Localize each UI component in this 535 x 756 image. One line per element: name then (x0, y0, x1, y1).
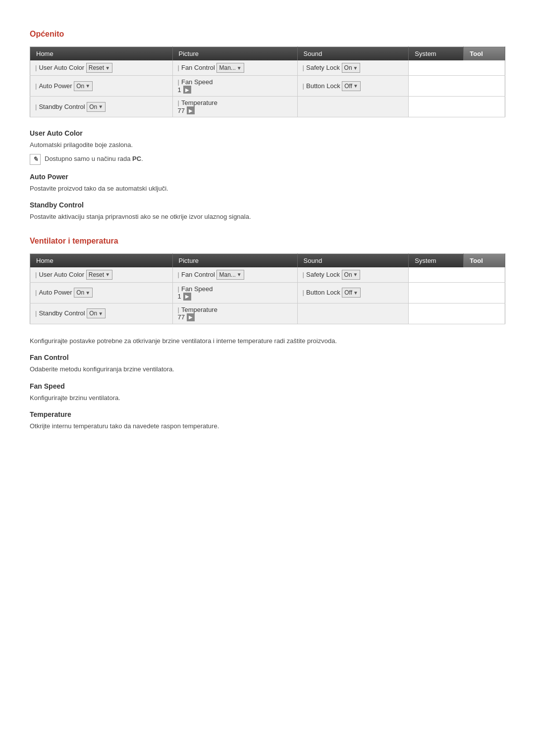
cell-label: Safety Lock (303, 64, 340, 71)
menu-tab-picture[interactable]: Picture (172, 253, 297, 267)
dropdown-arrow-icon: ▼ (85, 290, 90, 296)
value-with-arrow: 77 ▶ (178, 106, 292, 114)
col1-cell: Standby Control On▼ (30, 303, 173, 324)
col2-cell: Fan Control Man...▼ (172, 267, 297, 283)
note-text: Dostupno samo u načinu rada PC. (45, 154, 143, 162)
dropdown-arrow-icon: ▼ (85, 83, 90, 89)
col2-cell: Temperature 77 ▶ (172, 303, 297, 324)
cell-label: User Auto Color (35, 271, 84, 278)
col3-cell: Safety Lock On▼ (297, 267, 409, 283)
dropdown-arrow-icon: ▼ (353, 83, 358, 89)
arrow-right-button[interactable]: ▶ (183, 86, 191, 94)
table-row: User Auto Color Reset▼Fan Control Man...… (30, 60, 505, 76)
cell-label: Auto Power (35, 289, 72, 296)
intro-text: Konfigurirajte postavke potrebne za otkr… (30, 336, 505, 346)
menu-tab-tool[interactable]: Tool (464, 47, 505, 61)
col3-cell: Safety Lock On▼ (297, 60, 409, 76)
dropdown-arrow-icon: ▼ (353, 65, 358, 71)
cell-value: 77 (178, 313, 185, 321)
subsection-text: Postavite aktivaciju stanja pripravnosti… (30, 212, 505, 222)
subsection-title: Fan Speed (30, 382, 505, 390)
cell-value: 1 (178, 86, 181, 94)
subsection-title: User Auto Color (30, 129, 505, 137)
subsection-temperature: TemperatureOtkrijte internu temperaturu … (30, 410, 505, 431)
menu-tab-tool[interactable]: Tool (464, 253, 505, 267)
subsection-auto-power: Auto PowerPostavite proizvod tako da se … (30, 173, 505, 194)
value-with-arrow: 1 ▶ (178, 293, 292, 301)
cell-label: Safety Lock (303, 271, 340, 278)
menu-tab-home[interactable]: Home (30, 253, 173, 267)
dropdown-control[interactable]: On▼ (74, 288, 93, 298)
col3-cell: Button Lock Off▼ (297, 76, 409, 97)
cell-label: Button Lock (303, 82, 340, 90)
dropdown-arrow-icon: ▼ (353, 290, 358, 296)
subsection-fan-speed: Fan SpeedKonfigurirajte brzinu ventilato… (30, 382, 505, 403)
subsection-text: Otkrijte internu temperaturu tako da nav… (30, 421, 505, 431)
menu-table: HomePictureSoundSystemToolUser Auto Colo… (30, 253, 505, 324)
dropdown-control[interactable]: On▼ (87, 102, 106, 112)
menu-tab-sound[interactable]: Sound (297, 47, 409, 61)
col3-cell (297, 303, 409, 324)
menu-tab-picture[interactable]: Picture (172, 47, 297, 61)
value-with-arrow: 1 ▶ (178, 86, 292, 94)
menu-table: HomePictureSoundSystemToolUser Auto Colo… (30, 47, 505, 117)
cell-label: Auto Power (35, 82, 72, 90)
dropdown-arrow-icon: ▼ (353, 272, 358, 277)
arrow-right-button[interactable]: ▶ (187, 313, 195, 321)
note-icon: ✎ (30, 154, 41, 165)
section-title: Ventilator i temperatura (30, 237, 505, 246)
subsection-user-auto-color: User Auto ColorAutomatski prilagodite bo… (30, 129, 505, 165)
cell-label: Fan Speed (178, 78, 213, 86)
dropdown-arrow-icon: ▼ (105, 272, 110, 277)
table-row: Standby Control On▼Temperature 77 ▶ (30, 97, 505, 117)
dropdown-control[interactable]: Reset▼ (86, 270, 112, 280)
cell-label: Standby Control (35, 309, 85, 317)
dropdown-arrow-icon: ▼ (98, 104, 103, 109)
cell-label: Button Lock (303, 289, 340, 296)
dropdown-control[interactable]: On▼ (342, 270, 361, 280)
dropdown-control[interactable]: On▼ (74, 81, 93, 91)
cell-label: Standby Control (35, 103, 85, 110)
menu-tab-sound[interactable]: Sound (297, 253, 409, 267)
subsection-text: Konfigurirajte brzinu ventilatora. (30, 393, 505, 403)
dropdown-arrow-icon: ▼ (237, 272, 242, 277)
dropdown-control[interactable]: Off▼ (342, 81, 361, 91)
table-row: Standby Control On▼Temperature 77 ▶ (30, 303, 505, 324)
value-with-arrow: 77 ▶ (178, 313, 292, 321)
cell-label: Temperature (178, 306, 217, 313)
dropdown-control[interactable]: On▼ (342, 63, 361, 73)
col3-cell (297, 97, 409, 117)
cell-value: 1 (178, 293, 181, 300)
dropdown-control[interactable]: Man...▼ (216, 63, 244, 73)
dropdown-arrow-icon: ▼ (98, 311, 103, 316)
cell-label: User Auto Color (35, 64, 84, 71)
col1-cell: Standby Control On▼ (30, 97, 173, 117)
arrow-right-button[interactable]: ▶ (187, 106, 195, 114)
dropdown-arrow-icon: ▼ (237, 65, 242, 71)
cell-label: Fan Control (178, 64, 215, 71)
subsection-title: Auto Power (30, 173, 505, 181)
dropdown-control[interactable]: Reset▼ (86, 63, 112, 73)
menu-tab-home[interactable]: Home (30, 47, 173, 61)
menu-tab-system[interactable]: System (409, 253, 464, 267)
menu-tab-system[interactable]: System (409, 47, 464, 61)
col2-cell: Fan Speed 1 ▶ (172, 282, 297, 303)
subsection-title: Temperature (30, 410, 505, 418)
table-row: Auto Power On▼Fan Speed 1 ▶ Button Lock … (30, 76, 505, 97)
subsection-title: Fan Control (30, 353, 505, 361)
arrow-right-button[interactable]: ▶ (183, 293, 191, 301)
col1-cell: User Auto Color Reset▼ (30, 60, 173, 76)
dropdown-control[interactable]: Off▼ (342, 288, 361, 298)
subsection-text: Postavite proizvod tako da se automatski… (30, 184, 505, 194)
cell-label: Temperature (178, 99, 217, 106)
section-opcenito: OpćenitoHomePictureSoundSystemToolUser A… (30, 30, 505, 222)
table-row: Auto Power On▼Fan Speed 1 ▶ Button Lock … (30, 282, 505, 303)
col1-cell: Auto Power On▼ (30, 282, 173, 303)
cell-label: Fan Speed (178, 285, 213, 293)
dropdown-control[interactable]: Man...▼ (216, 270, 244, 280)
col1-cell: User Auto Color Reset▼ (30, 267, 173, 283)
dropdown-control[interactable]: On▼ (87, 308, 106, 318)
col2-cell: Temperature 77 ▶ (172, 97, 297, 117)
col2-cell: Fan Speed 1 ▶ (172, 76, 297, 97)
subsection-standby-control: Standby ControlPostavite aktivaciju stan… (30, 201, 505, 222)
